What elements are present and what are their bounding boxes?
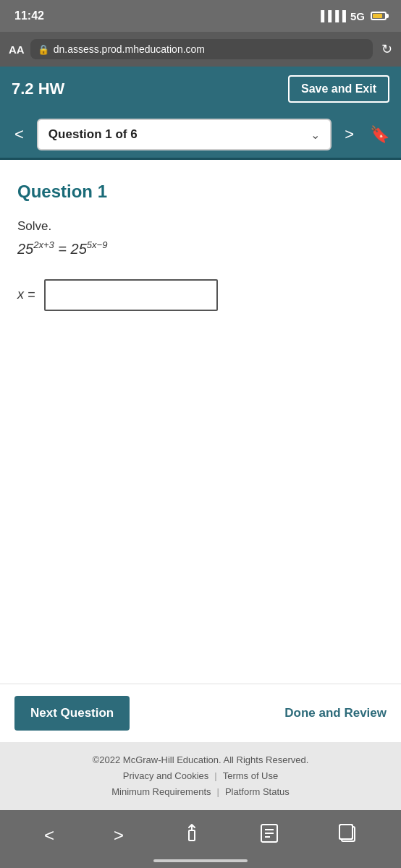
home-indicator — [153, 859, 248, 862]
url-text: dn.assess.prod.mheducation.com — [54, 43, 205, 55]
content-spacer — [0, 467, 401, 684]
done-review-button[interactable]: Done and Review — [284, 706, 387, 720]
aa-label[interactable]: AA — [9, 43, 25, 56]
privacy-link[interactable]: Privacy and Cookies — [123, 768, 209, 784]
answer-row: x = — [17, 279, 384, 311]
footer-links-2: Minimum Requirements | Platform Status — [7, 784, 394, 800]
platform-link[interactable]: Platform Status — [225, 784, 290, 800]
main-content: Question 1 Solve. 252x+3 = 255x−9 x = — [0, 160, 401, 467]
min-req-link[interactable]: Minimum Requirements — [111, 784, 211, 800]
signal-icon: ▐▐▐▐ — [317, 10, 346, 22]
save-exit-button[interactable]: Save and Exit — [288, 75, 389, 103]
separator1: | — [214, 768, 216, 784]
lock-icon: 🔒 — [38, 44, 49, 55]
time-display: 11:42 — [14, 9, 44, 22]
prev-question-button[interactable]: < — [9, 122, 30, 147]
separator2: | — [217, 784, 219, 800]
chevron-down-icon: ⌄ — [311, 128, 320, 142]
question-selector-text: Question 1 of 6 — [48, 127, 138, 142]
battery-icon — [371, 12, 387, 20]
browser-back-button[interactable]: < — [35, 822, 63, 848]
bookmark-button[interactable]: 🔖 — [367, 122, 392, 147]
app-header: 7.2 HW Save and Exit — [0, 67, 401, 111]
url-bar[interactable]: 🔒 dn.assess.prod.mheducation.com — [30, 39, 373, 59]
footer-actions: Next Question Done and Review — [0, 684, 401, 742]
question-nav: < Question 1 of 6 ⌄ > 🔖 — [0, 111, 401, 160]
browser-forward-button[interactable]: > — [105, 822, 132, 848]
refresh-icon[interactable]: ↻ — [381, 41, 392, 57]
x-label: x = — [17, 287, 35, 302]
next-question-button[interactable]: Next Question — [14, 696, 130, 731]
nav-right-buttons: > 🔖 — [339, 122, 392, 147]
next-question-nav-button[interactable]: > — [339, 122, 360, 147]
question-title: Question 1 — [17, 182, 384, 202]
copyright-line1: ©2022 McGraw-Hill Education. All Rights … — [7, 752, 394, 768]
bottom-nav: < > — [0, 810, 401, 868]
status-bar: 11:42 ▐▐▐▐ 5G — [0, 0, 401, 32]
status-right: ▐▐▐▐ 5G — [317, 10, 387, 22]
copyright-footer: ©2022 McGraw-Hill Education. All Rights … — [0, 742, 401, 810]
terms-link[interactable]: Terms of Use — [223, 768, 279, 784]
footer-links: Privacy and Cookies | Terms of Use — [7, 768, 394, 784]
question-selector[interactable]: Question 1 of 6 ⌄ — [37, 119, 332, 150]
exponent1: 2x+3 — [33, 239, 54, 250]
browser-bar: AA 🔒 dn.assess.prod.mheducation.com ↻ — [0, 32, 401, 67]
share-button[interactable] — [174, 820, 209, 851]
question-instruction: Solve. — [17, 219, 384, 234]
svg-rect-6 — [339, 825, 353, 839]
app-title: 7.2 HW — [12, 80, 64, 98]
network-label: 5G — [350, 10, 365, 22]
tabs-button[interactable] — [329, 820, 366, 851]
answer-input[interactable] — [44, 279, 218, 311]
svg-rect-0 — [189, 830, 195, 841]
math-equation: 252x+3 = 255x−9 — [17, 239, 384, 258]
exponent2: 5x−9 — [87, 239, 108, 250]
bookmarks-button[interactable] — [251, 820, 287, 851]
